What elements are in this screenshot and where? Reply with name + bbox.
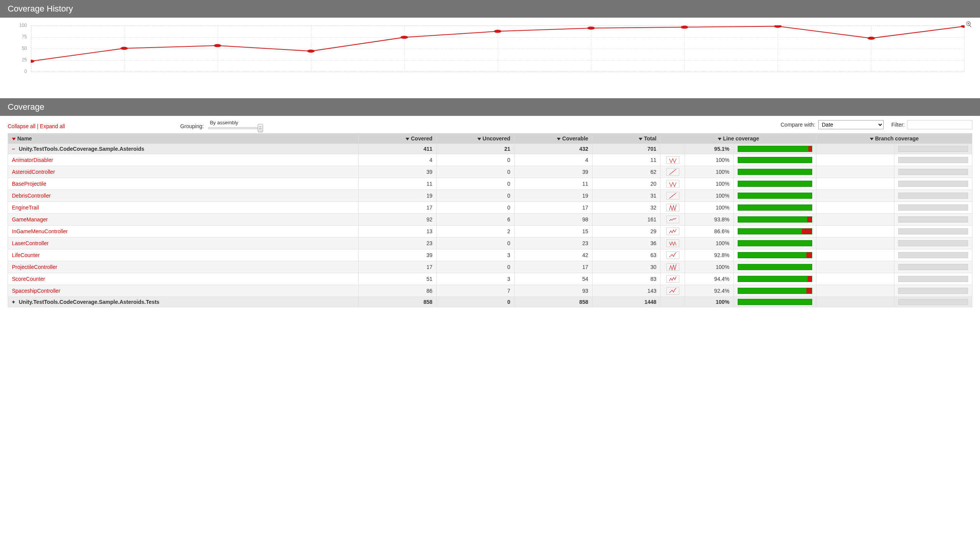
sparkline-icon xyxy=(666,240,679,247)
col-header-uncovered[interactable]: Uncovered xyxy=(437,134,514,144)
cell-uncovered: 0 xyxy=(437,202,514,214)
col-header-branch-coverage[interactable]: Branch coverage xyxy=(816,134,972,144)
cell-uncovered: 0 xyxy=(437,238,514,250)
cell-total: 83 xyxy=(592,273,660,285)
expand-icon[interactable]: + xyxy=(12,299,17,305)
class-link[interactable]: EngineTrail xyxy=(12,205,39,211)
grouping-slider-wrap: By assembly xyxy=(208,120,262,129)
sparkline-icon xyxy=(666,263,679,271)
cell-covered: 17 xyxy=(359,261,437,273)
cell-uncovered: 0 xyxy=(437,178,514,190)
cell-uncovered: 7 xyxy=(437,285,514,297)
col-header-name[interactable]: Name xyxy=(8,134,359,144)
y-tick-label: 0 xyxy=(24,69,27,74)
collapse-icon[interactable]: – xyxy=(12,146,17,152)
col-header-total[interactable]: Total xyxy=(592,134,660,144)
cell-branch-pct xyxy=(816,238,894,250)
cell-covered: 11 xyxy=(359,178,437,190)
cell-sparkline xyxy=(660,238,685,250)
cell-branch-pct xyxy=(816,190,894,202)
cell-line-pct: 93.8% xyxy=(685,214,733,226)
cell-coverable: 15 xyxy=(514,226,592,238)
cell-branch-bar xyxy=(894,202,972,214)
table-row: BaseProjectile1101120100% xyxy=(8,178,972,190)
cell-coverable: 42 xyxy=(514,250,592,261)
cell-sparkline xyxy=(660,250,685,261)
cell-sparkline xyxy=(660,297,685,307)
filter-label: Filter: xyxy=(891,122,905,128)
y-tick-label: 100 xyxy=(19,23,27,28)
compare-select[interactable]: Date xyxy=(818,120,884,129)
cell-branch-bar xyxy=(894,250,972,261)
cell-branch-bar xyxy=(894,154,972,166)
cell-covered: 23 xyxy=(359,238,437,250)
class-link[interactable]: AsteroidController xyxy=(12,169,55,175)
col-header-coverable[interactable]: Coverable xyxy=(514,134,592,144)
sparkline-icon xyxy=(666,192,679,200)
class-link[interactable]: DebrisController xyxy=(12,193,51,199)
cell-line-bar xyxy=(733,144,816,154)
filter-input[interactable] xyxy=(907,120,972,129)
assembly-name: Unity.TestTools.CodeCoverage.Sample.Aste… xyxy=(19,146,144,152)
cell-line-pct: 92.4% xyxy=(685,285,733,297)
cell-covered: 92 xyxy=(359,214,437,226)
coverage-history-title: Coverage History xyxy=(8,4,73,13)
class-link[interactable]: LaserController xyxy=(12,240,49,246)
class-link[interactable]: LifeCounter xyxy=(12,252,40,258)
cell-coverable: 17 xyxy=(514,261,592,273)
cell-coverable: 4 xyxy=(514,154,592,166)
class-link[interactable]: ProjectileController xyxy=(12,264,57,270)
zoom-icon[interactable] xyxy=(965,21,972,29)
class-link[interactable]: AnimatorDisabler xyxy=(12,157,53,163)
col-header-covered[interactable]: Covered xyxy=(359,134,437,144)
cell-line-bar xyxy=(733,166,816,178)
cell-coverable: 93 xyxy=(514,285,592,297)
cell-line-pct: 95.1% xyxy=(685,144,733,154)
class-link[interactable]: ScoreCounter xyxy=(12,276,45,282)
cell-total: 161 xyxy=(592,214,660,226)
cell-covered: 86 xyxy=(359,285,437,297)
cell-coverable: 19 xyxy=(514,190,592,202)
cell-covered: 39 xyxy=(359,250,437,261)
grouping-slider-handle[interactable] xyxy=(258,124,263,132)
class-link[interactable]: BaseProjectile xyxy=(12,181,46,187)
cell-line-pct: 100% xyxy=(685,238,733,250)
cell-covered: 13 xyxy=(359,226,437,238)
cell-total: 143 xyxy=(592,285,660,297)
cell-branch-pct xyxy=(816,214,894,226)
grouping-slider[interactable] xyxy=(208,127,262,129)
table-row: –Unity.TestTools.CodeCoverage.Sample.Ast… xyxy=(8,144,972,154)
class-link[interactable]: InGameMenuController xyxy=(12,228,68,235)
collapse-all-link[interactable]: Collapse all xyxy=(8,123,35,129)
cell-branch-pct xyxy=(816,285,894,297)
cell-line-bar xyxy=(733,190,816,202)
table-row: EngineTrail1701732100% xyxy=(8,202,972,214)
cell-coverable: 98 xyxy=(514,214,592,226)
cell-branch-bar xyxy=(894,238,972,250)
expand-all-link[interactable]: Expand all xyxy=(40,123,65,129)
cell-branch-bar xyxy=(894,261,972,273)
cell-line-bar xyxy=(733,250,816,261)
cell-line-bar xyxy=(733,214,816,226)
sparkline-icon xyxy=(666,156,679,164)
cell-uncovered: 0 xyxy=(437,261,514,273)
cell-branch-pct xyxy=(816,226,894,238)
compare-label: Compare with: xyxy=(781,122,815,128)
cell-line-bar xyxy=(733,261,816,273)
grouping-mode-label: By assembly xyxy=(210,120,239,126)
col-header-line-coverage[interactable]: Line coverage xyxy=(660,134,816,144)
assembly-name: Unity.TestTools.CodeCoverage.Sample.Aste… xyxy=(19,299,159,305)
cell-sparkline xyxy=(660,261,685,273)
class-link[interactable]: GameManager xyxy=(12,217,48,223)
sparkline-icon xyxy=(666,251,679,259)
svg-point-6 xyxy=(587,26,594,30)
cell-uncovered: 0 xyxy=(437,190,514,202)
cell-line-bar xyxy=(733,273,816,285)
class-link[interactable]: SpaceshipController xyxy=(12,288,60,294)
cell-coverable: 858 xyxy=(514,297,592,307)
sparkline-icon xyxy=(666,180,679,188)
cell-branch-pct xyxy=(816,154,894,166)
cell-line-bar xyxy=(733,226,816,238)
cell-uncovered: 3 xyxy=(437,250,514,261)
cell-uncovered: 2 xyxy=(437,226,514,238)
